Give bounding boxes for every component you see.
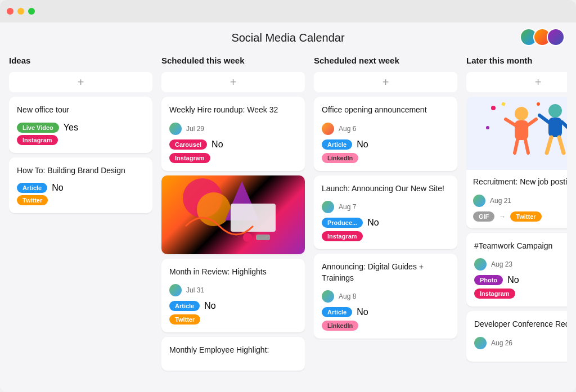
svg-point-23 <box>537 102 540 106</box>
tag-instagram[interactable]: Instagram <box>322 231 363 241</box>
column-scheduled-next-week: Scheduled next week + Office opening ann… <box>314 51 457 383</box>
svg-line-15 <box>562 122 568 130</box>
card-teamwork-campaign: #Teamwork Campaign Aug 23 Photo No Insta… <box>466 233 567 307</box>
minimize-button[interactable] <box>17 8 24 15</box>
card-title: Recruitment: New job postings <box>473 177 567 188</box>
card-title: #Teamwork Campaign <box>474 241 567 252</box>
tag-yes: Yes <box>64 123 78 133</box>
cards-ideas: New office tour Live Video Yes Instagram… <box>9 97 152 383</box>
tag-live-video[interactable]: Live Video <box>17 123 59 133</box>
tag-gif[interactable]: GIF <box>473 211 494 222</box>
card-title: Announcing: Digital Guides + Trainings <box>322 262 449 283</box>
close-button[interactable] <box>7 8 14 15</box>
column-ideas: Ideas + New office tour Live Video Yes I… <box>9 51 152 383</box>
card-digital-guides: Announcing: Digital Guides + Trainings A… <box>314 254 457 339</box>
tag-instagram[interactable]: Instagram <box>169 153 210 163</box>
card-body: Recruitment: New job postings Aug 21 GIF… <box>466 170 567 228</box>
traffic-lights <box>7 8 35 15</box>
add-card-later-button[interactable]: + <box>466 72 567 92</box>
tag-no: No <box>204 301 215 311</box>
avatar <box>169 284 182 296</box>
tags-row: GIF → Twitter <box>473 211 567 222</box>
avatar <box>474 258 487 271</box>
card-developer-conference: Developer Conference Recap Aug 26 <box>466 311 567 362</box>
tag-no: No <box>357 139 368 150</box>
svg-rect-3 <box>231 204 276 232</box>
titlebar <box>0 0 576 22</box>
tags-row: Article No <box>322 139 449 150</box>
column-header-scheduled-this-week: Scheduled this week <box>161 51 305 67</box>
tag-twitter[interactable]: Twitter <box>17 195 48 205</box>
tags-row-2: Instagram <box>474 289 567 299</box>
cards-next-week: Office opening announcement Aug 6 Articl… <box>314 97 457 383</box>
tag-no: No <box>212 139 223 150</box>
card-date: Aug 6 <box>339 125 356 133</box>
tag-linkedin[interactable]: LinkedIn <box>322 153 358 163</box>
tags-row-2: Twitter <box>17 195 145 205</box>
tag-no: No <box>507 275 519 285</box>
column-scheduled-this-week: Scheduled this week + Weekly Hire roundu… <box>161 51 305 383</box>
tag-article[interactable]: Article <box>169 301 200 311</box>
card-date: Aug 23 <box>491 260 512 268</box>
svg-point-12 <box>548 104 562 118</box>
board-content: Ideas + New office tour Live Video Yes I… <box>0 51 576 392</box>
card-title: New office tour <box>17 105 145 116</box>
card-month-in-review: Month in Review: Highlights Jul 31 Artic… <box>161 259 305 333</box>
tags-row-2: LinkedIn <box>322 321 449 331</box>
add-card-ideas-button[interactable]: + <box>9 72 152 92</box>
tags-row: Photo No <box>474 275 567 285</box>
tags-row: Article No <box>169 301 297 311</box>
column-header-ideas: Ideas <box>9 51 152 67</box>
tag-twitter[interactable]: Twitter <box>510 211 541 222</box>
card-title: Monthly Employee Highlight: <box>169 345 297 356</box>
svg-rect-5 <box>256 235 270 240</box>
maximize-button[interactable] <box>28 8 35 15</box>
app-window: Social Media Calendar Ideas + New office… <box>0 0 576 392</box>
svg-rect-13 <box>548 118 562 137</box>
tags-row: Live Video Yes <box>17 123 145 133</box>
tag-carousel[interactable]: Carousel <box>169 139 207 150</box>
card-monthly-employee: Monthly Employee Highlight: <box>161 337 305 371</box>
add-card-this-week-button[interactable]: + <box>161 72 305 92</box>
tag-twitter[interactable]: Twitter <box>169 314 200 325</box>
tag-linkedin[interactable]: LinkedIn <box>322 321 358 331</box>
avatar-user-3[interactable] <box>547 28 565 46</box>
card-meta: Aug 23 <box>474 258 567 271</box>
svg-point-4 <box>243 233 252 242</box>
tags-row-2: Instagram <box>169 153 297 163</box>
page-title: Social Media Calendar <box>231 31 344 44</box>
tag-instagram[interactable]: Instagram <box>474 289 515 299</box>
column-header-scheduled-next-week: Scheduled next week <box>314 51 457 67</box>
svg-line-17 <box>559 137 564 153</box>
tags-row-2: Twitter <box>169 314 297 325</box>
card-date: Aug 7 <box>339 203 356 211</box>
tag-produce[interactable]: Produce... <box>322 218 363 228</box>
svg-point-6 <box>515 107 528 120</box>
column-header-later-this-month: Later this month <box>466 51 567 67</box>
card-launch-new-site: Launch: Announcing Our New Site! Aug 7 P… <box>314 175 457 250</box>
card-title: Office opening announcement <box>322 105 449 116</box>
card-office-opening: Office opening announcement Aug 6 Articl… <box>314 97 457 171</box>
collaborators-avatars <box>520 28 565 46</box>
card-meta: Aug 26 <box>474 337 567 349</box>
tag-photo[interactable]: Photo <box>474 275 503 285</box>
card-new-office-tour: New office tour Live Video Yes Instagram <box>9 97 152 153</box>
tag-instagram[interactable]: Instagram <box>17 135 58 145</box>
card-meta: Aug 6 <box>322 123 449 135</box>
cards-later: Recruitment: New job postings Aug 21 GIF… <box>466 97 567 383</box>
card-building-brand-design: How To: Building Brand Design Article No… <box>9 157 152 214</box>
tags-row-2: Instagram <box>322 231 449 241</box>
tag-article[interactable]: Article <box>322 139 352 150</box>
svg-point-21 <box>486 126 489 129</box>
tag-article[interactable]: Article <box>322 307 352 317</box>
tags-row-2: LinkedIn <box>322 153 449 163</box>
card-title: Month in Review: Highlights <box>169 267 297 278</box>
kanban-board: Ideas + New office tour Live Video Yes I… <box>9 51 567 383</box>
celebration-illustration <box>482 100 568 167</box>
tag-article[interactable]: Article <box>17 183 47 193</box>
svg-line-11 <box>525 140 528 153</box>
avatar <box>322 290 334 303</box>
svg-line-10 <box>515 140 518 153</box>
add-card-next-week-button[interactable]: + <box>314 72 457 92</box>
page-header: Social Media Calendar <box>0 22 576 51</box>
